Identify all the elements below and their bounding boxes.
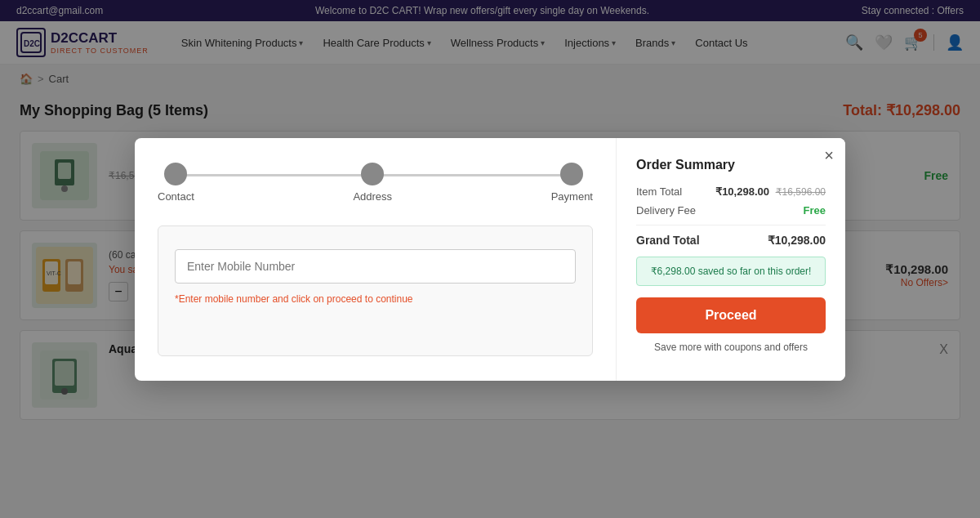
input-hint: *Enter mobile number and click on procee…: [175, 293, 576, 305]
summary-item-total-row: Item Total ₹10,298.00 ₹16,596.00: [636, 185, 826, 198]
step-label-contact: Contact: [158, 190, 194, 203]
step-address: Address: [353, 163, 392, 203]
coupon-text: Save more with coupons and offers: [636, 342, 826, 353]
item-total-orig: ₹16,596.00: [776, 186, 826, 198]
modal-left-panel: Contact Address Payment *Enter mobile nu…: [135, 138, 617, 381]
item-total-value: ₹10,298.00 ₹16,596.00: [715, 185, 826, 198]
summary-delivery-row: Delivery Fee Free: [636, 204, 826, 217]
step-label-address: Address: [353, 190, 392, 203]
step-contact: Contact: [158, 163, 194, 203]
step-circle-address: [361, 163, 384, 185]
grand-total-label: Grand Total: [636, 234, 700, 247]
order-summary-title: Order Summary: [636, 158, 826, 172]
step-payment: Payment: [551, 163, 593, 203]
stepper: Contact Address Payment: [158, 163, 593, 203]
grand-total-row: Grand Total ₹10,298.00: [636, 234, 826, 247]
delivery-value: Free: [804, 204, 826, 217]
item-total-amount: ₹10,298.00: [715, 185, 769, 198]
summary-divider: [636, 225, 826, 226]
stepper-steps: Contact Address Payment: [158, 163, 593, 203]
step-label-payment: Payment: [551, 190, 593, 203]
mobile-number-input[interactable]: [175, 249, 576, 284]
delivery-label: Delivery Fee: [636, 204, 696, 217]
step-circle-payment: [560, 163, 583, 185]
item-total-label: Item Total: [636, 185, 682, 198]
savings-box: ₹6,298.00 saved so far on this order!: [636, 257, 826, 286]
step-circle-contact: [164, 163, 187, 185]
modal-right-panel: Order Summary Item Total ₹10,298.00 ₹16,…: [617, 138, 845, 381]
proceed-button[interactable]: Proceed: [636, 297, 826, 333]
modal-close-button[interactable]: ×: [824, 146, 834, 165]
contact-form-area: *Enter mobile number and click on procee…: [158, 226, 593, 356]
grand-total-value: ₹10,298.00: [768, 234, 826, 247]
modal-overlay: × Contact Address Payment: [0, 0, 980, 446]
modal-container: × Contact Address Payment: [135, 138, 845, 381]
